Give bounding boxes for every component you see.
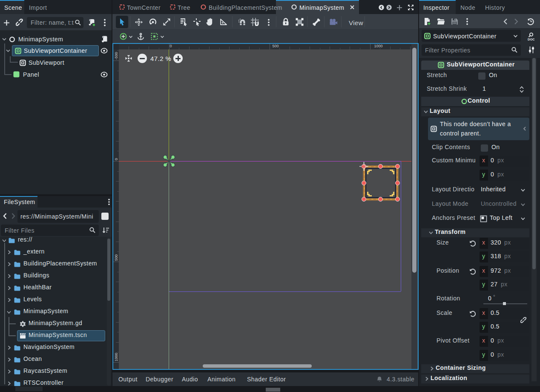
svg-text:DOC: DOC: [528, 37, 534, 41]
